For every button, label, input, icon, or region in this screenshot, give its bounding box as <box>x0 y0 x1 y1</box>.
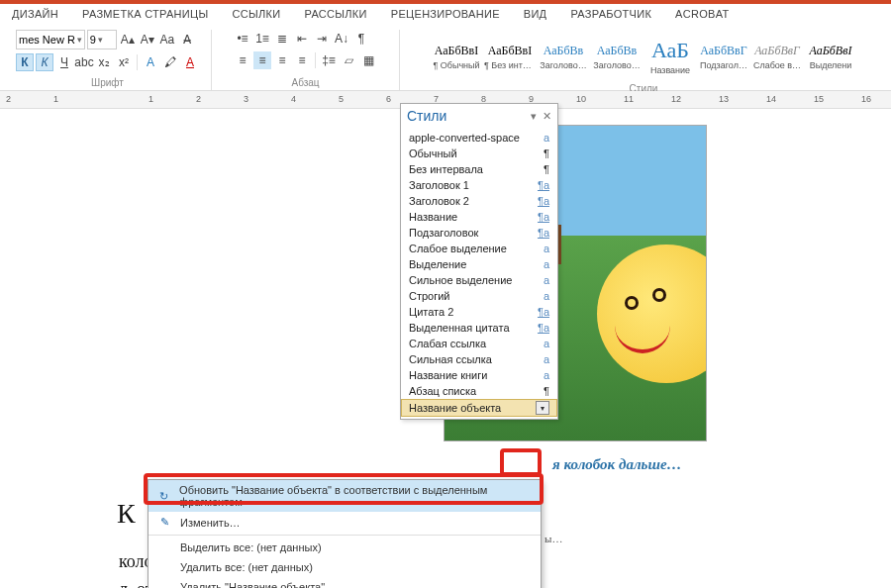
subscript-icon[interactable]: x₂ <box>95 53 113 71</box>
tab-layout[interactable]: РАЗМЕТКА СТРАНИЦЫ <box>82 8 209 20</box>
menu-item[interactable]: Выделить все: (нет данных) <box>148 538 541 557</box>
clear-format-icon[interactable]: A̶ <box>178 31 196 49</box>
style-name: Выделение <box>409 258 466 270</box>
style-thumb[interactable]: АаБбВвГПодзагол… <box>698 30 749 83</box>
sort-icon[interactable]: A↓ <box>333 30 350 48</box>
style-name: Слабое выделение <box>409 243 507 254</box>
align-center-icon[interactable]: ≡ <box>253 51 271 69</box>
style-row[interactable]: Заголовок 2¶a <box>401 193 557 209</box>
style-row[interactable]: Подзаголовок¶a <box>401 225 557 241</box>
style-name: Слабая ссылка <box>409 338 486 349</box>
bold-icon[interactable]: К <box>16 53 34 71</box>
close-icon[interactable]: ✕ <box>543 110 551 123</box>
ruler-tick: 10 <box>576 94 586 104</box>
tab-developer[interactable]: РАЗРАБОТЧИК <box>570 8 651 20</box>
bullets-icon[interactable]: •≡ <box>234 30 251 48</box>
style-row[interactable]: Сильное выделениеa <box>401 272 557 288</box>
font-color-icon[interactable]: A <box>181 53 199 71</box>
style-name: apple-converted-space <box>409 132 520 144</box>
style-row[interactable]: Цитата 2¶a <box>401 304 557 320</box>
style-thumb[interactable]: АаБбВвЗаголово… <box>538 30 589 83</box>
style-row[interactable]: Без интервала¶ <box>401 161 557 177</box>
style-preview: АаБбВвІ <box>435 44 479 58</box>
menu-item[interactable]: ✎Изменить… <box>148 512 541 533</box>
style-row[interactable]: Название¶a <box>401 209 557 225</box>
menu-item[interactable]: Удалить все: (нет данных) <box>148 557 541 577</box>
style-symbol: ¶a <box>538 306 549 318</box>
tab-mailings[interactable]: РАССЫЛКИ <box>305 8 367 20</box>
style-row[interactable]: Название объекта▾ <box>401 399 557 417</box>
style-symbol: ¶ <box>544 385 549 397</box>
multilevel-icon[interactable]: ≣ <box>273 30 291 48</box>
style-row[interactable]: apple-converted-spacea <box>401 130 557 146</box>
borders-icon[interactable]: ▦ <box>359 51 377 69</box>
style-preview: АаБ <box>651 38 689 63</box>
highlight-icon[interactable]: 🖍 <box>161 53 179 71</box>
style-name: Заголовок 2 <box>409 195 469 207</box>
numbering-icon[interactable]: 1≡ <box>253 30 271 48</box>
chevron-down-icon: ▾ <box>98 35 103 45</box>
underlay-text: ы… <box>544 533 562 544</box>
grow-font-icon[interactable]: A▴ <box>119 31 137 49</box>
font-name-combo[interactable]: mes New R▾ <box>16 30 85 49</box>
tab-review[interactable]: РЕЦЕНЗИРОВАНИЕ <box>391 8 500 20</box>
underline-icon[interactable]: Ч <box>55 53 73 71</box>
style-caption: Заголово… <box>538 60 589 70</box>
style-thumb[interactable]: АаБбВвГСлабое в… <box>751 30 803 83</box>
superscript-icon[interactable]: x² <box>115 53 133 71</box>
style-thumb[interactable]: АаБбВвІВыделени <box>805 30 856 83</box>
tab-references[interactable]: ССЫЛКИ <box>233 8 281 20</box>
style-name: Сильное выделение <box>409 274 512 286</box>
style-row[interactable]: Строгийa <box>401 288 557 304</box>
style-dropdown-icon[interactable]: ▾ <box>536 401 549 415</box>
indent-icon[interactable]: ⇥ <box>313 30 331 48</box>
styles-pane-title: Стили <box>407 108 446 124</box>
line-spacing-icon[interactable]: ‡≡ <box>320 51 338 69</box>
align-right-icon[interactable]: ≡ <box>273 51 291 69</box>
justify-icon[interactable]: ≡ <box>293 51 311 69</box>
style-row[interactable]: Заголовок 1¶a <box>401 177 557 193</box>
text-effects-icon[interactable]: A <box>142 53 159 71</box>
menu-item[interactable]: Удалить "Название объекта"… <box>148 577 541 588</box>
italic-icon[interactable]: К <box>36 53 53 71</box>
style-symbol: a <box>544 132 549 144</box>
style-row[interactable]: Название книгиa <box>401 367 557 383</box>
pane-options-icon[interactable]: ▾ <box>531 110 537 123</box>
menu-label: Удалить все: (нет данных) <box>180 561 313 573</box>
shrink-font-icon[interactable]: A▾ <box>139 31 156 49</box>
tab-view[interactable]: ВИД <box>524 8 547 20</box>
style-caption: ¶ Обычный <box>431 60 482 70</box>
style-caption: Подзагол… <box>698 60 749 70</box>
style-row[interactable]: Слабая ссылкаa <box>401 336 557 351</box>
callout-box-menuitem <box>144 473 544 505</box>
strike-icon[interactable]: abc <box>75 53 93 71</box>
style-symbol: a <box>544 369 549 381</box>
style-row[interactable]: Сильная ссылкаa <box>401 351 557 367</box>
style-thumb[interactable]: АаБбВвІ¶ Обычный <box>431 30 482 83</box>
shading-icon[interactable]: ▱ <box>340 51 357 69</box>
dedent-icon[interactable]: ⇤ <box>293 30 311 48</box>
styles-gallery[interactable]: АаБбВвІ¶ ОбычныйАаБбВвІ¶ Без инте…АаБбВв… <box>431 30 856 83</box>
style-row[interactable]: Абзац списка¶ <box>401 383 557 399</box>
style-thumb[interactable]: АаБбВвІ¶ Без инте… <box>484 30 536 83</box>
style-thumb[interactable]: АаБбВвЗаголово… <box>591 30 643 83</box>
change-case-icon[interactable]: Aa <box>158 31 176 49</box>
align-left-icon[interactable]: ≡ <box>234 51 251 69</box>
style-row[interactable]: Обычный¶ <box>401 146 557 161</box>
style-symbol: ¶a <box>538 322 549 334</box>
style-symbol: a <box>544 290 549 302</box>
font-size-combo[interactable]: 9▾ <box>87 30 117 49</box>
tab-design[interactable]: ДИЗАЙН <box>12 8 58 20</box>
style-row[interactable]: Выделениеa <box>401 256 557 272</box>
style-row[interactable]: Слабое выделениеa <box>401 241 557 256</box>
style-symbol: ¶a <box>538 195 549 207</box>
styles-list: apple-converted-spaceaОбычный¶Без интерв… <box>401 128 557 419</box>
style-name: Подзаголовок <box>409 227 478 239</box>
ruler-tick: 1 <box>148 94 153 104</box>
style-row[interactable]: Выделенная цитата¶a <box>401 320 557 336</box>
style-thumb[interactable]: АаБНазвание <box>644 30 696 83</box>
style-caption: Слабое в… <box>751 60 803 70</box>
tab-acrobat[interactable]: ACROBAT <box>675 8 729 20</box>
ruler-tick: 4 <box>291 94 296 104</box>
pilcrow-icon[interactable]: ¶ <box>352 30 370 48</box>
